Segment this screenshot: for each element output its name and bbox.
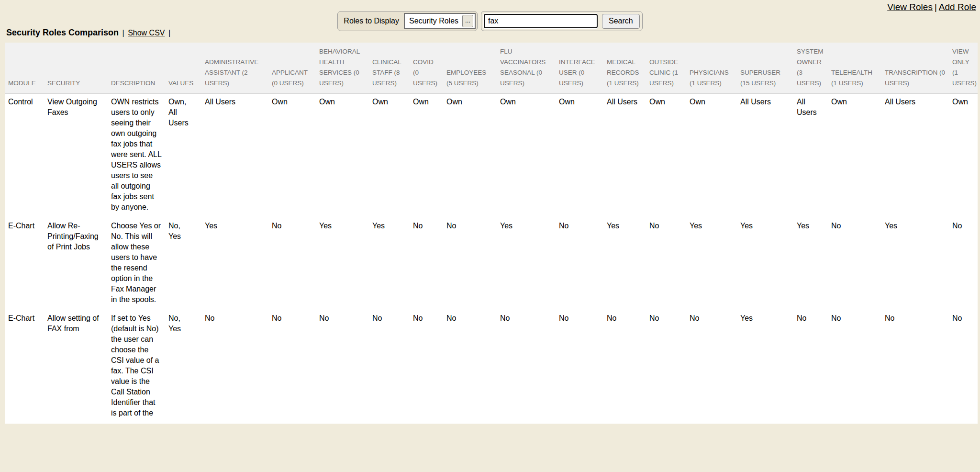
- search-button[interactable]: Search: [602, 14, 640, 29]
- role-value-cell: Yes: [497, 218, 556, 310]
- role-value-cell: No: [949, 218, 978, 310]
- role-value-cell: All Users: [881, 93, 949, 218]
- module-cell: Control: [5, 93, 44, 218]
- role-value-cell: Own: [497, 93, 556, 218]
- role-value-cell: No: [369, 310, 410, 424]
- comparison-table: MODULESECURITYDESCRIPTIONVALUESADMINISTR…: [5, 43, 978, 424]
- values-text: No, Yes: [168, 313, 192, 334]
- search-input[interactable]: [484, 14, 598, 28]
- role-col-header: FLU VACCINATORS SEASONAL (0 USERS): [497, 43, 556, 93]
- values-cell: No, Yes: [165, 218, 201, 310]
- role-value-cell: Own: [369, 93, 410, 218]
- role-col-header: EMPLOYEES (5 USERS): [443, 43, 497, 93]
- role-value-cell: Yes: [603, 218, 646, 310]
- role-value-cell: No: [410, 310, 443, 424]
- add-role-link[interactable]: Add Role: [939, 2, 976, 12]
- description-cell: Choose Yes or No. This will allow these …: [108, 218, 165, 310]
- role-col-header: TELEHEALTH (1 USERS): [828, 43, 881, 93]
- role-value-cell: Own: [443, 93, 497, 218]
- table-row: ControlView Outgoing FaxesOWN restricts …: [5, 93, 978, 218]
- roles-selector-value: Security Roles: [409, 17, 458, 25]
- role-value-cell: All Users: [737, 93, 793, 218]
- role-col-header: MEDICAL RECORDS (1 USERS): [603, 43, 646, 93]
- role-value-cell: No: [443, 218, 497, 310]
- view-roles-link[interactable]: View Roles: [887, 2, 933, 12]
- role-value-cell: Yes: [369, 218, 410, 310]
- role-value-cell: Own: [646, 93, 686, 218]
- role-value-cell: No: [316, 310, 369, 424]
- role-value-cell: No: [949, 310, 978, 424]
- security-cell: View Outgoing Faxes: [44, 93, 108, 218]
- values-text: Own, All Users: [168, 97, 192, 128]
- roles-selector[interactable]: Security Roles ...: [404, 13, 476, 29]
- role-value-cell: All Users: [793, 93, 828, 218]
- role-value-cell: No: [793, 310, 828, 424]
- role-col-header: CLINICAL STAFF (8 USERS): [369, 43, 410, 93]
- role-value-cell: Own: [268, 93, 316, 218]
- role-value-cell: Own: [410, 93, 443, 218]
- security-cell: Allow Re-Printing/Faxing of Print Jobs: [44, 218, 108, 310]
- role-value-cell: No: [646, 218, 686, 310]
- role-value-cell: Yes: [686, 218, 737, 310]
- role-col-header: BEHAVIORAL HEALTH SERVICES (0 USERS): [316, 43, 369, 93]
- roles-to-display-group: Roles to Display Security Roles ...: [337, 11, 478, 31]
- role-col-header: TRANSCRIPTION (0 USERS): [881, 43, 949, 93]
- role-col-header: APPLICANT (0 USERS): [268, 43, 316, 93]
- role-value-cell: No: [443, 310, 497, 424]
- search-group: Search: [481, 11, 643, 31]
- col-header-description: DESCRIPTION: [108, 43, 165, 93]
- col-header-security: SECURITY: [44, 43, 108, 93]
- role-value-cell: Own: [686, 93, 737, 218]
- table-row: E-ChartAllow setting of FAX fromIf set t…: [5, 310, 978, 424]
- role-value-cell: No: [828, 310, 881, 424]
- role-value-cell: All Users: [201, 93, 268, 218]
- role-value-cell: Yes: [316, 218, 369, 310]
- roles-picker-button[interactable]: ...: [462, 15, 473, 27]
- top-links-separator: |: [935, 2, 937, 12]
- role-value-cell: Yes: [737, 218, 793, 310]
- role-value-cell: Own: [949, 93, 978, 218]
- security-cell: Allow setting of FAX from: [44, 310, 108, 424]
- module-cell: E-Chart: [5, 218, 44, 310]
- role-value-cell: No: [497, 310, 556, 424]
- role-value-cell: No: [556, 310, 603, 424]
- role-value-cell: Yes: [793, 218, 828, 310]
- role-value-cell: No: [646, 310, 686, 424]
- role-value-cell: No: [881, 310, 949, 424]
- role-value-cell: Yes: [201, 218, 268, 310]
- values-text: No, Yes: [168, 221, 192, 242]
- role-value-cell: No: [268, 218, 316, 310]
- role-value-cell: No: [410, 218, 443, 310]
- search-controls: Roles to Display Security Roles ... Sear…: [0, 11, 980, 31]
- role-value-cell: Own: [828, 93, 881, 218]
- role-col-header: INTERFACE USER (0 USERS): [556, 43, 603, 93]
- header-row: MODULESECURITYDESCRIPTIONVALUESADMINISTR…: [5, 43, 978, 93]
- col-header-values: VALUES: [165, 43, 201, 93]
- values-cell: Own, All Users: [165, 93, 201, 218]
- module-cell: E-Chart: [5, 310, 44, 424]
- role-value-cell: No: [268, 310, 316, 424]
- role-value-cell: Own: [316, 93, 369, 218]
- role-col-header: ADMINISTRATIVE ASSISTANT (2 USERS): [201, 43, 268, 93]
- role-value-cell: No: [828, 218, 881, 310]
- role-value-cell: No: [603, 310, 646, 424]
- role-value-cell: Yes: [737, 310, 793, 424]
- description-cell: If set to Yes (default is No) the user c…: [108, 310, 165, 424]
- role-col-header: SUPERUSER (15 USERS): [737, 43, 793, 93]
- role-col-header: COVID (0 USERS): [410, 43, 443, 93]
- role-value-cell: No: [201, 310, 268, 424]
- role-value-cell: Yes: [881, 218, 949, 310]
- table-row: E-ChartAllow Re-Printing/Faxing of Print…: [5, 218, 978, 310]
- role-value-cell: No: [686, 310, 737, 424]
- role-col-header: SYSTEM OWNER (3 USERS): [793, 43, 828, 93]
- role-value-cell: All Users: [603, 93, 646, 218]
- col-header-module: MODULE: [5, 43, 44, 93]
- values-cell: No, Yes: [165, 310, 201, 424]
- role-value-cell: No: [556, 218, 603, 310]
- top-bar: View Roles|Add Role Roles to Display Sec…: [0, 0, 980, 28]
- role-col-header: VIEW ONLY (1 USERS): [949, 43, 978, 93]
- role-col-header: OUTSIDE CLINIC (1 USERS): [646, 43, 686, 93]
- roles-to-display-label: Roles to Display: [344, 17, 399, 25]
- role-value-cell: Own: [556, 93, 603, 218]
- description-cell: OWN restricts users to only seeing their…: [108, 93, 165, 218]
